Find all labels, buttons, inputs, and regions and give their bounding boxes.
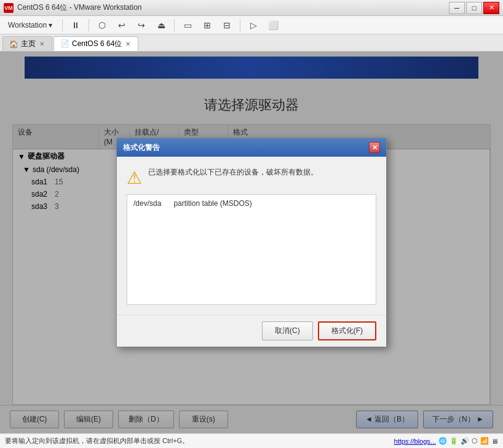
modal-titlebar: 格式化警告 ✕ bbox=[117, 138, 386, 157]
maximize-button[interactable]: □ bbox=[466, 2, 482, 14]
modal-overlay: 格式化警告 ✕ ⚠ 已选择要格式化以下已存在的设备，破坏所有数据。 /dev/s… bbox=[0, 52, 503, 433]
format-button[interactable]: 格式化(F) bbox=[318, 321, 376, 340]
modal-list-item: /dev/sda partition table (MSDOS) bbox=[130, 197, 373, 210]
status-right: https://blogs... 🌐 🔋 🔊 ⬡ 📶 🖥 bbox=[394, 437, 498, 445]
modal-close-button[interactable]: ✕ bbox=[369, 142, 380, 153]
status-icon-vm: ⬡ bbox=[472, 437, 478, 445]
format-warning-dialog: 格式化警告 ✕ ⚠ 已选择要格式化以下已存在的设备，破坏所有数据。 /dev/s… bbox=[116, 138, 387, 347]
warning-icon: ⚠ bbox=[127, 168, 142, 188]
snapshot-button[interactable]: ⬡ bbox=[93, 17, 111, 33]
menu-bar: Workstation ▾ ⏸ ⬡ ↩ ↪ ⏏ ▭ ⊞ ⊟ ▷ ⬜ bbox=[0, 16, 503, 34]
tab-centos[interactable]: 📄 CentOS 6 64位 ✕ bbox=[53, 36, 138, 51]
status-icon-signal: 📶 bbox=[480, 437, 489, 445]
modal-body: ⚠ 已选择要格式化以下已存在的设备，破坏所有数据。 /dev/sda parti… bbox=[117, 157, 386, 315]
cancel-button[interactable]: 取消(C) bbox=[262, 321, 313, 340]
window-title: CentOS 6 64位 - VMware Workstation bbox=[17, 2, 142, 13]
status-icon-sound: 🔊 bbox=[461, 437, 469, 445]
status-text: 要将输入定向到该虚拟机，请在虚拟机内部单击或按 Ctrl+G。 bbox=[5, 436, 189, 446]
tab-home-close[interactable]: ✕ bbox=[38, 41, 46, 47]
tab-vm-icon: 📄 bbox=[60, 39, 69, 48]
device-path: /dev/sda bbox=[133, 199, 161, 208]
separator-2 bbox=[89, 19, 89, 31]
status-bar: 要将输入定向到该虚拟机，请在虚拟机内部单击或按 Ctrl+G。 https://… bbox=[0, 433, 503, 448]
pause-button[interactable]: ⏸ bbox=[67, 17, 84, 33]
separator-3 bbox=[174, 19, 175, 31]
eject-button[interactable]: ⏏ bbox=[152, 17, 170, 33]
separator-1 bbox=[62, 19, 63, 31]
tab-home-label: 主页 bbox=[21, 39, 36, 49]
app-icon: VM bbox=[4, 3, 14, 13]
window-btn2[interactable]: ⊞ bbox=[199, 17, 216, 33]
minimize-button[interactable]: ─ bbox=[449, 2, 465, 14]
modal-warning-text: 已选择要格式化以下已存在的设备，破坏所有数据。 bbox=[148, 167, 318, 178]
main-content: 请选择源驱动器 设备 大小(M 挂载点/ 类型 格式 ▼ bbox=[0, 52, 503, 433]
home-icon: 🏠 bbox=[9, 40, 18, 49]
tab-centos-close[interactable]: ✕ bbox=[124, 41, 132, 47]
tab-centos-label: CentOS 6 64位 bbox=[72, 39, 122, 49]
tab-bar: 🏠 主页 ✕ 📄 CentOS 6 64位 ✕ bbox=[0, 34, 503, 52]
title-bar: VM CentOS 6 64位 - VMware Workstation ─ □… bbox=[0, 0, 503, 16]
status-icon-battery: 🔋 bbox=[450, 437, 458, 445]
fullscreen-button[interactable]: ⬜ bbox=[264, 17, 282, 33]
modal-title: 格式化警告 bbox=[123, 143, 160, 153]
forward-button[interactable]: ↪ bbox=[133, 17, 150, 33]
console-button[interactable]: ▷ bbox=[245, 17, 262, 33]
separator-4 bbox=[240, 19, 240, 31]
tab-home[interactable]: 🏠 主页 ✕ bbox=[2, 36, 52, 51]
workstation-menu[interactable]: Workstation ▾ bbox=[2, 18, 58, 32]
close-button[interactable]: ✕ bbox=[483, 2, 499, 14]
modal-warning-row: ⚠ 已选择要格式化以下已存在的设备，破坏所有数据。 bbox=[127, 167, 376, 188]
window-btn3[interactable]: ⊟ bbox=[218, 17, 236, 33]
device-type: partition table (MSDOS) bbox=[173, 199, 252, 208]
status-icon-display: 🖥 bbox=[491, 438, 498, 445]
revert-button[interactable]: ↩ bbox=[113, 17, 130, 33]
status-icon-network: 🌐 bbox=[438, 437, 447, 445]
modal-footer: 取消(C) 格式化(F) bbox=[117, 315, 386, 347]
status-url: https://blogs... bbox=[394, 438, 436, 445]
modal-list: /dev/sda partition table (MSDOS) bbox=[127, 194, 376, 305]
window-btn1[interactable]: ▭ bbox=[179, 17, 196, 33]
